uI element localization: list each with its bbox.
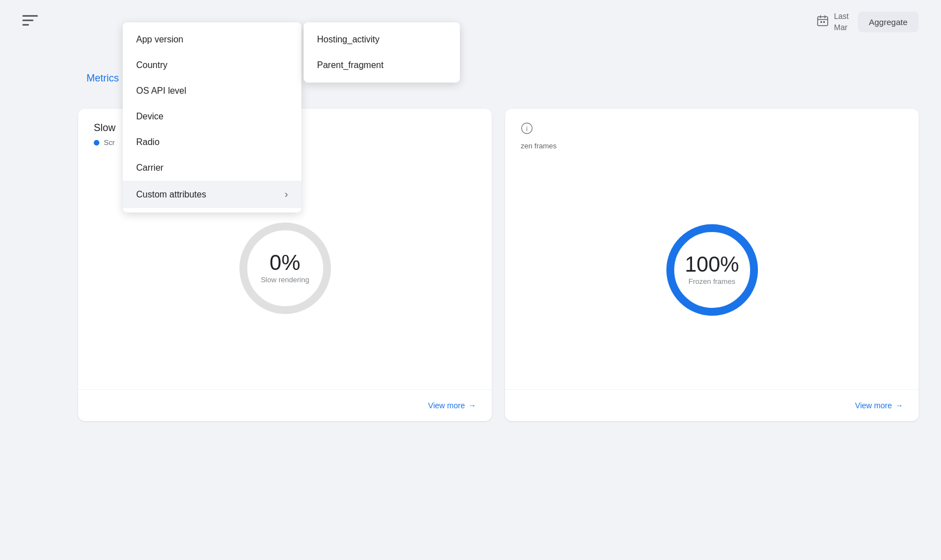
menu-item-hosting-activity[interactable]: Hosting_activity: [304, 27, 460, 52]
frozen-frames-card: i zen frames 100% Frozen frames View mor…: [505, 109, 919, 421]
donut-center-frozen: 100% Frozen frames: [685, 254, 739, 286]
legend-text-frozen: zen frames: [521, 142, 556, 150]
dropdown-menu-right: Hosting_activity Parent_fragment: [304, 22, 460, 83]
donut-percent-slow: 0%: [261, 252, 309, 273]
chevron-right-icon: ›: [285, 189, 288, 200]
filter-icon[interactable]: [22, 15, 38, 30]
view-more-slow[interactable]: View more →: [428, 401, 476, 410]
dropdown-menu-left: App version Country OS API level Device …: [123, 22, 301, 213]
menu-item-device[interactable]: Device: [123, 104, 301, 129]
svg-rect-8: [823, 21, 825, 23]
calendar-area: Last Mar: [816, 11, 848, 33]
svg-rect-2: [22, 24, 29, 26]
card-header-frozen: i: [505, 109, 919, 137]
menu-item-custom-attributes[interactable]: Custom attributes ›: [123, 181, 301, 208]
calendar-icon: [816, 14, 829, 31]
donut-label-slow: Slow rendering: [261, 276, 309, 284]
metrics-label: Metrics: [87, 73, 119, 84]
aggregate-button[interactable]: Aggregate: [858, 12, 919, 32]
donut-center-slow: 0% Slow rendering: [261, 252, 309, 284]
card-footer-frozen: View more →: [505, 389, 919, 421]
date-text: Last Mar: [834, 11, 848, 33]
card-chart-frozen: 100% Frozen frames: [505, 150, 919, 389]
view-more-frozen[interactable]: View more →: [855, 401, 903, 410]
menu-item-carrier[interactable]: Carrier: [123, 155, 301, 181]
top-right-area: Last Mar Aggregate: [816, 11, 919, 33]
menu-item-os-api-level[interactable]: OS API level: [123, 78, 301, 104]
dropdown-wrapper: App version Country OS API level Device …: [123, 22, 460, 213]
filter-area: [22, 15, 38, 30]
svg-rect-0: [22, 15, 38, 17]
svg-text:i: i: [526, 124, 528, 133]
donut-frozen: 100% Frozen frames: [656, 214, 768, 326]
card-legend-frozen: zen frames: [505, 137, 919, 150]
menu-item-app-version[interactable]: App version: [123, 27, 301, 52]
menu-item-parent-fragment[interactable]: Parent_fragment: [304, 52, 460, 78]
card-title-slow: Slow: [94, 122, 116, 134]
donut-label-frozen: Frozen frames: [685, 277, 739, 286]
legend-text-slow: Scr: [104, 138, 115, 147]
donut-percent-frozen: 100%: [685, 254, 739, 275]
donut-slow: 0% Slow rendering: [229, 213, 341, 324]
svg-rect-7: [820, 21, 822, 23]
svg-rect-1: [22, 20, 33, 21]
menu-item-country[interactable]: Country: [123, 52, 301, 78]
card-footer-slow: View more →: [78, 389, 492, 421]
svg-rect-3: [818, 17, 828, 26]
menu-item-radio[interactable]: Radio: [123, 129, 301, 155]
legend-dot-slow: [94, 140, 99, 146]
info-icon-frozen: i: [521, 122, 533, 137]
